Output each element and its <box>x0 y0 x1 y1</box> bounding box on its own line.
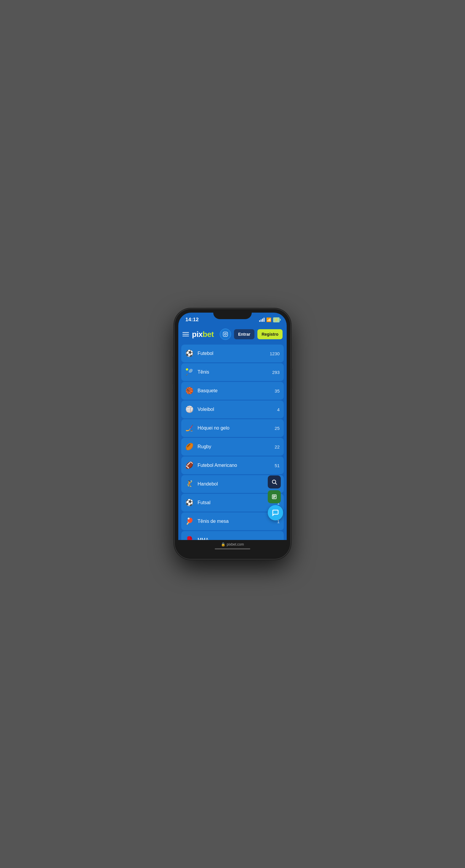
sport-item-futebol-americano[interactable]: 🏈 Futebol Americano 51 <box>181 457 284 474</box>
sport-count-tenis: 293 <box>272 370 280 375</box>
sport-item-tenis[interactable]: 🎾 Tênis 293 <box>181 363 284 381</box>
status-icons: 📶 ⚡ <box>259 317 280 322</box>
sport-item-voleibol[interactable]: 🏐 Voleibol 4 <box>181 401 284 418</box>
sport-emoji-rugby: 🏉 <box>185 443 194 450</box>
url-bar: 🔒 pixbet.com <box>221 542 244 547</box>
sport-count-rugby: 22 <box>274 444 280 450</box>
sport-count-basquete: 35 <box>274 389 280 394</box>
logo-bet: bet <box>203 330 214 339</box>
floating-buttons <box>268 475 283 521</box>
sport-count-futebol-americano: 51 <box>274 463 280 468</box>
notch <box>213 309 252 319</box>
wifi-icon: 📶 <box>266 317 271 322</box>
sport-name-tenis-de-mesa: Tênis de mesa <box>198 519 277 524</box>
sport-emoji-basquete: 🏀 <box>185 388 194 394</box>
home-indicator <box>215 548 250 550</box>
logo: pixbet <box>192 330 217 339</box>
sport-emoji-tenis: 🎾 <box>185 369 194 375</box>
hamburger-menu[interactable] <box>182 332 189 336</box>
sport-emoji-futebol-americano: 🏈 <box>185 462 194 469</box>
url-text: pixbet.com <box>227 542 244 547</box>
sport-emoji-voleibol: 🏐 <box>185 406 194 413</box>
logo-pix: pix <box>192 330 203 339</box>
sport-emoji-futebol: ⚽ <box>185 350 194 357</box>
sport-name-voleibol: Voleibol <box>198 407 277 412</box>
status-time: 14:12 <box>185 317 199 323</box>
entrar-button[interactable]: Entrar <box>234 329 254 339</box>
sport-name-futebol-americano: Futebol Americano <box>198 463 274 468</box>
bottom-bar: 🔒 pixbet.com <box>178 540 287 555</box>
svg-point-2 <box>226 333 227 333</box>
instagram-button[interactable] <box>220 329 231 340</box>
sport-count-hoquei-no-gelo: 25 <box>274 426 280 431</box>
sport-item-hoquei-no-gelo[interactable]: 🏒 Hóquei no gelo 25 <box>181 419 284 437</box>
registro-button[interactable]: Registro <box>257 329 283 339</box>
fab-search-button[interactable] <box>268 475 281 489</box>
fab-notes-button[interactable] <box>268 490 281 503</box>
sport-name-mma: MMA <box>198 537 280 540</box>
battery-icon: ⚡ <box>273 317 280 322</box>
sport-count-futebol: 1230 <box>270 351 280 356</box>
sport-item-basquete[interactable]: 🏀 Basquete 35 <box>181 382 284 400</box>
sport-count-voleibol: 4 <box>277 407 280 412</box>
fab-chat-button[interactable] <box>268 505 283 521</box>
sport-emoji-mma: 🥊 <box>185 537 194 540</box>
sport-item-mma[interactable]: 🥊 MMA <box>181 531 284 540</box>
sport-emoji-tenis-de-mesa: 🏓 <box>185 518 194 525</box>
svg-line-4 <box>275 483 277 485</box>
header: pixbet Entrar Registro <box>178 325 287 343</box>
svg-point-1 <box>225 333 226 335</box>
sport-name-futsal: Futsal <box>198 500 277 505</box>
sport-name-rugby: Rugby <box>198 444 274 450</box>
sport-item-futebol[interactable]: ⚽ Futebol 1230 <box>181 345 284 362</box>
sport-name-futebol: Futebol <box>198 351 270 356</box>
sport-name-hoquei-no-gelo: Hóquei no gelo <box>198 426 274 431</box>
sport-emoji-handebol: 🤾 <box>185 481 194 487</box>
sport-item-rugby[interactable]: 🏉 Rugby 22 <box>181 438 284 456</box>
phone-frame: 14:12 📶 ⚡ pixbet <box>175 309 290 559</box>
sport-name-tenis: Tênis <box>198 369 272 375</box>
sport-emoji-futsal: ⚽ <box>185 499 194 506</box>
signal-bars-icon <box>259 318 264 322</box>
svg-rect-0 <box>223 332 228 337</box>
sport-name-basquete: Basquete <box>198 388 274 394</box>
sport-emoji-hoquei-no-gelo: 🏒 <box>185 425 194 431</box>
sport-name-handebol: Handebol <box>198 482 277 487</box>
